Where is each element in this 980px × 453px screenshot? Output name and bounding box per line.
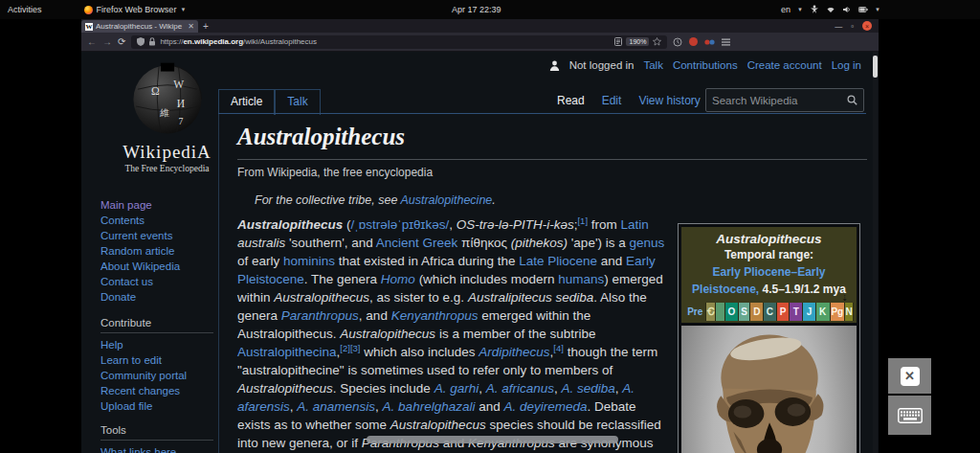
zoom-level-badge[interactable]: 190% <box>626 37 649 46</box>
inline-link[interactable]: A. anamensis <box>297 399 375 414</box>
inline-link[interactable]: Australopithecina <box>237 345 337 359</box>
personal-link[interactable]: Contributions <box>673 59 738 71</box>
timescale-segment[interactable] <box>716 303 725 321</box>
osk-keyboard-button[interactable] <box>888 396 931 435</box>
skull-photo[interactable] <box>681 326 857 453</box>
personal-link[interactable]: Create account <box>747 59 822 71</box>
search-input[interactable] <box>712 95 847 106</box>
inline-link[interactable]: hominins <box>283 254 335 268</box>
sidebar-link[interactable]: Upload file <box>100 398 217 414</box>
lock-icon[interactable] <box>148 37 156 46</box>
timescale-segment[interactable]: T <box>790 303 803 321</box>
sidebar-link[interactable]: Help <box>100 337 217 352</box>
timescale-segment[interactable]: N <box>845 303 854 321</box>
sidebar-link[interactable]: Contents <box>100 213 217 228</box>
inline-link[interactable]: Homo <box>381 272 415 286</box>
page-tab[interactable]: Edit <box>602 94 622 107</box>
user-icon <box>549 60 560 71</box>
inline-link[interactable]: Australopithecine <box>400 193 492 207</box>
sidebar-link[interactable]: About Wikipedia <box>100 259 217 274</box>
timescale-segment[interactable]: O <box>725 303 739 321</box>
timescale-segment[interactable]: P <box>777 303 791 321</box>
sidebar-link[interactable]: Main page <box>100 197 217 213</box>
browser-tab[interactable]: W Australopithecus - Wikipe ✕ <box>81 20 198 33</box>
new-tab-button[interactable]: + <box>198 19 213 33</box>
forward-button[interactable]: → <box>102 37 112 47</box>
inline-link[interactable]: humans <box>558 272 604 286</box>
wikipedia-logo[interactable]: Ω W И 維 7 WikipediA The Free Encyclopedi… <box>102 59 232 173</box>
inline-link[interactable]: A. deyiremeda <box>503 399 587 414</box>
sidebar-link[interactable]: Learn to edit <box>100 352 217 368</box>
search-box[interactable] <box>705 88 864 112</box>
inline-link[interactable]: Paranthropus <box>281 308 359 323</box>
reload-button[interactable]: ⟳ <box>118 37 125 47</box>
lead-paragraph: Australopithecus (/ˌɒstrələˈpɪθɪkəs/, OS… <box>237 215 670 453</box>
maximize-button[interactable]: ▫ <box>851 22 854 31</box>
bottom-swipe-bar[interactable] <box>367 436 618 443</box>
timescale-segment[interactable]: D <box>750 303 764 321</box>
text-segment: Australopithecus <box>390 418 486 432</box>
scrollbar-thumb[interactable] <box>873 56 878 78</box>
inline-link[interactable]: Latin <box>621 217 649 232</box>
page-tab[interactable]: Article <box>218 89 275 115</box>
page-tab[interactable]: View history <box>638 94 700 107</box>
svg-text:W: W <box>173 79 184 90</box>
text-segment: 'southern', and <box>285 236 375 250</box>
personal-link[interactable]: Log in <box>832 59 861 71</box>
activities-button[interactable]: Activities <box>0 5 50 14</box>
reference-link[interactable]: [1] <box>577 215 588 226</box>
article-talk-tabs: ArticleTalk <box>218 89 321 115</box>
reference-link[interactable]: [4] <box>553 343 564 353</box>
timescale-segment[interactable]: S <box>739 303 751 321</box>
bookmark-star-icon[interactable] <box>653 37 661 46</box>
text-segment: and <box>475 399 503 414</box>
sidebar-link[interactable]: Community portal <box>100 368 217 383</box>
timescale-segment[interactable]: Ꞓ <box>706 303 716 321</box>
tab-close-icon[interactable]: ✕ <box>188 22 194 31</box>
sidebar-link[interactable]: Contact us <box>100 274 217 289</box>
reference-link[interactable]: [2][3] <box>340 343 360 353</box>
sidebar-link[interactable]: What links here <box>100 444 217 453</box>
page-scrollbar[interactable] <box>873 52 878 453</box>
timescale-segment[interactable]: Pre <box>684 303 706 321</box>
page-tab[interactable]: Talk <box>275 89 320 115</box>
sidebar-link[interactable]: Current events <box>100 228 217 243</box>
keyboard-layout-indicator[interactable]: en <box>781 5 791 14</box>
inline-link[interactable]: Kenyanthropus <box>391 308 479 323</box>
adblock-extension-icon[interactable] <box>689 37 698 46</box>
search-icon[interactable] <box>847 95 858 105</box>
osk-close-button[interactable]: ✕ <box>888 358 931 394</box>
timescale-segment[interactable]: Pg <box>831 303 846 321</box>
inline-link[interactable]: A. sediba <box>561 381 614 396</box>
page-tab[interactable]: Read <box>557 94 585 107</box>
hamburger-menu-icon[interactable] <box>722 38 730 46</box>
minimize-button[interactable]: — <box>835 22 842 31</box>
privacy-mask-extension-icon[interactable] <box>704 38 715 46</box>
extension-clock-icon[interactable] <box>673 37 682 47</box>
inline-link[interactable]: /ˌɒstrələˈpɪθɪkəs/ <box>351 217 450 232</box>
inline-link[interactable]: Ardipithecus <box>479 345 549 359</box>
back-button[interactable]: ← <box>87 37 97 47</box>
sidebar-link[interactable]: Random article <box>100 243 217 259</box>
personal-link[interactable]: Talk <box>643 59 662 71</box>
clock-button[interactable]: Apr 17 22:39 <box>452 0 501 19</box>
inline-link[interactable]: A. africanus <box>486 381 554 396</box>
inline-link[interactable]: A. garhi <box>434 381 479 396</box>
extension-icons <box>673 37 732 47</box>
close-button[interactable]: × <box>862 21 872 31</box>
url-bar[interactable]: https://en.wikipedia.org/wiki/Australopi… <box>131 35 667 49</box>
tracking-shield-icon[interactable] <box>137 37 145 46</box>
timescale-segment[interactable]: K <box>816 303 831 321</box>
inline-link[interactable]: genus <box>629 236 664 250</box>
inline-link[interactable]: Ancient Greek <box>376 236 458 250</box>
reader-mode-icon[interactable] <box>614 37 622 46</box>
sidebar-link[interactable]: Recent changes <box>100 383 217 398</box>
system-tray[interactable]: en ▼ ▼ <box>781 0 880 19</box>
sidebar-link[interactable]: Donate <box>100 289 217 305</box>
inline-link[interactable]: Late Pliocene <box>519 254 597 268</box>
timescale-segment[interactable]: C <box>764 303 777 321</box>
inline-link[interactable]: A. bahrelghazali <box>383 399 476 414</box>
text-segment: For the collective tribe, see <box>255 193 400 207</box>
app-menu-button[interactable]: Firefox Web Browser ▼ <box>77 5 194 14</box>
timescale-segment[interactable]: J <box>803 303 816 321</box>
